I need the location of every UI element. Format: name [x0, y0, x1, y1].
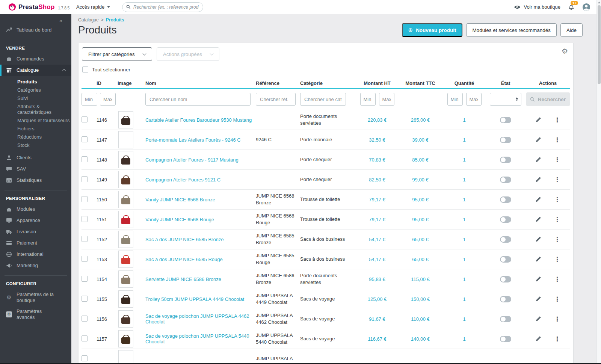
sidebar-item-paiement[interactable]: Paiement — [0, 237, 71, 249]
status-toggle[interactable] — [500, 276, 511, 282]
column-header-montant-ht[interactable]: Montant HT — [356, 80, 398, 86]
edit-pencil-icon[interactable] — [535, 196, 541, 202]
sidebar-item-parametres-avances[interactable]: ⚙ Paramètres avancés — [0, 306, 71, 323]
sidebar-item-apparence[interactable]: Apparence — [0, 215, 71, 226]
row-menu-dots-icon[interactable]: ⋮ — [554, 196, 560, 203]
filter-by-category-dropdown[interactable]: Filtrer par catégories — [82, 47, 152, 61]
product-name-link[interactable]: Porte-monnaie Les Ateliers Fourès - 9246… — [145, 137, 241, 143]
status-toggle[interactable] — [500, 256, 511, 263]
product-name-link[interactable]: Sac de voyage polochon JUMP UPPSALA 4462… — [145, 313, 249, 325]
panel-settings-gear-icon[interactable]: ⚙ — [562, 47, 568, 56]
edit-pencil-icon[interactable] — [535, 276, 541, 282]
column-header-montant-ttc[interactable]: Montant TTC — [398, 80, 443, 86]
filter-name-input[interactable] — [145, 93, 251, 106]
grouped-actions-dropdown[interactable]: Actions groupées — [157, 47, 219, 61]
row-menu-dots-icon[interactable]: ⋮ — [554, 336, 560, 342]
scrollbar-thumb[interactable] — [598, 5, 601, 84]
sidebar-item-parametres-boutique[interactable]: ⚙ Paramètres de la boutique — [0, 289, 71, 306]
status-toggle[interactable] — [500, 137, 511, 143]
status-toggle[interactable] — [500, 157, 511, 163]
row-menu-dots-icon[interactable]: ⋮ — [554, 157, 560, 163]
product-name-link[interactable]: Sac à dos JUMP NICE 6585 Bronze — [145, 237, 224, 242]
filter-price-min-input[interactable] — [360, 93, 376, 106]
status-toggle[interactable] — [500, 216, 511, 223]
product-name-link[interactable]: Vanity JUMP NICE 6568 Bronze — [145, 197, 215, 202]
row-checkbox[interactable] — [82, 335, 88, 341]
avatar[interactable] — [582, 3, 590, 11]
edit-pencil-icon[interactable] — [535, 296, 541, 302]
row-checkbox[interactable] — [82, 296, 88, 302]
column-header-reference[interactable]: Référence — [256, 80, 300, 86]
row-menu-dots-icon[interactable]: ⋮ — [554, 316, 560, 322]
column-header-nom[interactable]: Nom — [145, 80, 256, 86]
row-menu-dots-icon[interactable]: ⋮ — [554, 236, 560, 243]
row-checkbox[interactable] — [82, 176, 88, 182]
status-toggle[interactable] — [500, 117, 511, 123]
status-toggle[interactable] — [500, 296, 511, 302]
edit-pencil-icon[interactable] — [535, 336, 541, 342]
quick-access-dropdown[interactable]: Accès rapide — [76, 4, 110, 10]
sidebar-item-statistiques[interactable]: Statistiques — [0, 175, 71, 186]
recommended-modules-button[interactable]: Modules et services recommandés — [466, 23, 557, 37]
status-toggle[interactable] — [500, 177, 511, 183]
filter-status-select[interactable] — [490, 93, 521, 106]
product-name-link[interactable]: Serviette JUMP NICE 6586 Bronze — [145, 276, 221, 282]
sidebar-item-marques[interactable]: Marques et fournisseurs — [17, 116, 71, 124]
edit-pencil-icon[interactable] — [535, 316, 541, 322]
scrollbar-up-arrow[interactable] — [597, 0, 601, 5]
status-toggle[interactable] — [500, 336, 511, 342]
row-checkbox[interactable] — [82, 236, 88, 242]
row-menu-dots-icon[interactable]: ⋮ — [554, 117, 560, 123]
row-checkbox[interactable] — [82, 216, 88, 222]
select-all-checkbox[interactable] — [82, 66, 88, 72]
row-checkbox[interactable] — [82, 196, 88, 202]
row-checkbox[interactable] — [82, 276, 88, 282]
row-checkbox[interactable] — [82, 355, 88, 361]
sidebar-item-categories[interactable]: Catégories — [17, 86, 71, 94]
help-button[interactable]: Aide — [560, 23, 583, 37]
sidebar-item-catalogue[interactable]: Catalogue — [0, 65, 71, 76]
sidebar-item-modules[interactable]: Modules — [0, 204, 71, 215]
filter-qty-max-input[interactable] — [466, 93, 482, 106]
notifications-button[interactable]: 17 — [568, 4, 575, 11]
product-name-link[interactable]: Cartable Atelier Foures Baroudeur 9530 M… — [145, 117, 252, 123]
filter-category-input[interactable] — [300, 93, 346, 106]
edit-pencil-icon[interactable] — [535, 236, 541, 242]
row-checkbox[interactable] — [82, 316, 88, 322]
view-shop-link[interactable]: Voir ma boutique — [514, 4, 560, 10]
search-submit-button[interactable]: Rechercher — [526, 92, 570, 106]
column-header-etat[interactable]: État — [486, 80, 525, 86]
sidebar-item-marketing[interactable]: Marketing — [0, 260, 71, 271]
edit-pencil-icon[interactable] — [535, 216, 541, 222]
sidebar-item-livraison[interactable]: Livraison — [0, 226, 71, 237]
status-toggle[interactable] — [500, 236, 511, 243]
sidebar-item-clients[interactable]: Clients — [0, 152, 71, 163]
sidebar-item-attributs[interactable]: Attributs & caractéristiques — [17, 102, 71, 116]
product-name-link[interactable]: Compagnon Atelier Foures - 9117 Mustang — [145, 157, 239, 163]
sidebar-item-stock[interactable]: Stock — [17, 141, 71, 149]
filter-qty-min-input[interactable] — [447, 93, 463, 106]
sidebar-item-international[interactable]: International — [0, 249, 71, 260]
new-product-button[interactable]: ⊕ Nouveau produit — [402, 23, 463, 37]
filter-id-max-input[interactable] — [100, 93, 116, 106]
sidebar-item-commandes[interactable]: Commandes — [0, 53, 71, 65]
filter-id-min-input[interactable] — [82, 93, 97, 106]
column-header-categorie[interactable]: Catégorie — [300, 80, 356, 86]
filter-price-max-input[interactable] — [379, 93, 394, 106]
row-checkbox[interactable] — [82, 256, 88, 262]
edit-pencil-icon[interactable] — [535, 256, 541, 262]
column-header-id[interactable]: ID — [96, 80, 118, 86]
sidebar-item-sav[interactable]: SAV — [0, 163, 71, 175]
row-menu-dots-icon[interactable]: ⋮ — [554, 276, 560, 282]
row-menu-dots-icon[interactable]: ⋮ — [554, 296, 560, 302]
sidebar-item-dashboard[interactable]: Tableau de bord — [0, 24, 71, 36]
edit-pencil-icon[interactable] — [535, 117, 541, 123]
product-name-link[interactable]: Compagnon Atelier Foures 9121 C — [145, 177, 220, 183]
filter-reference-input[interactable] — [256, 93, 296, 106]
product-name-link[interactable]: Sac à dos JUMP NICE 6585 Rouge — [145, 257, 223, 262]
page-scrollbar[interactable] — [596, 0, 601, 364]
status-toggle[interactable] — [500, 316, 511, 322]
breadcrumb-parent[interactable]: Catalogue — [78, 17, 99, 23]
product-name-link[interactable]: Vanity JUMP NICE 6568 Rouge — [145, 217, 214, 222]
status-toggle[interactable] — [500, 196, 511, 203]
